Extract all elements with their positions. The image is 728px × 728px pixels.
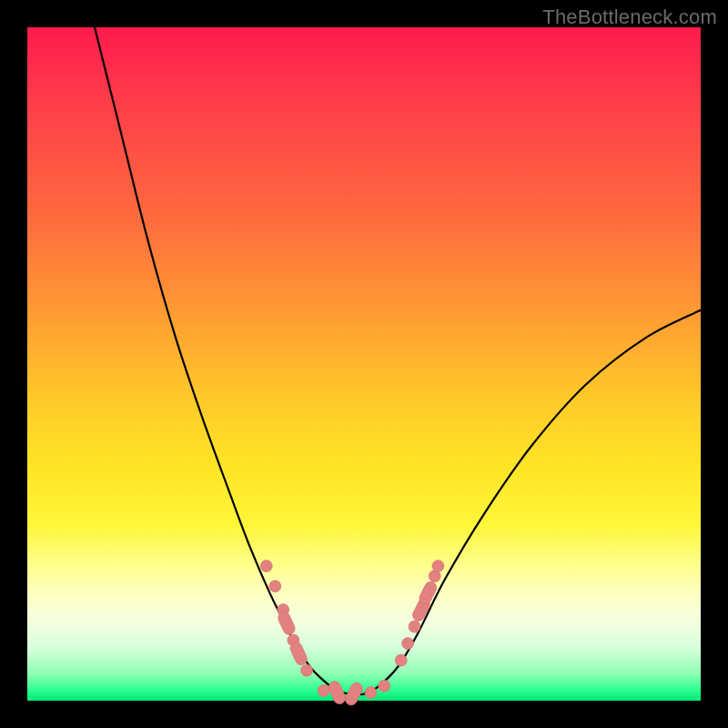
curve-marker (402, 638, 414, 650)
outer-frame: TheBottleneck.com (0, 0, 728, 728)
curve-marker (379, 680, 390, 692)
curve-marker (301, 664, 313, 676)
watermark-text: TheBottleneck.com (542, 5, 717, 29)
curve-marker (418, 580, 439, 606)
curve-marker (269, 581, 281, 592)
curve-marker (365, 687, 377, 699)
curve-marker (432, 561, 444, 572)
chart-svg (27, 27, 701, 701)
marker-layer (260, 561, 444, 708)
curve-marker (260, 561, 272, 572)
plot-area (27, 27, 701, 701)
curve-marker (277, 610, 298, 636)
curve-marker (318, 684, 329, 696)
curve-marker (409, 621, 420, 632)
curve-marker (288, 641, 309, 667)
bottleneck-curve (95, 27, 701, 694)
curve-marker (395, 654, 407, 666)
